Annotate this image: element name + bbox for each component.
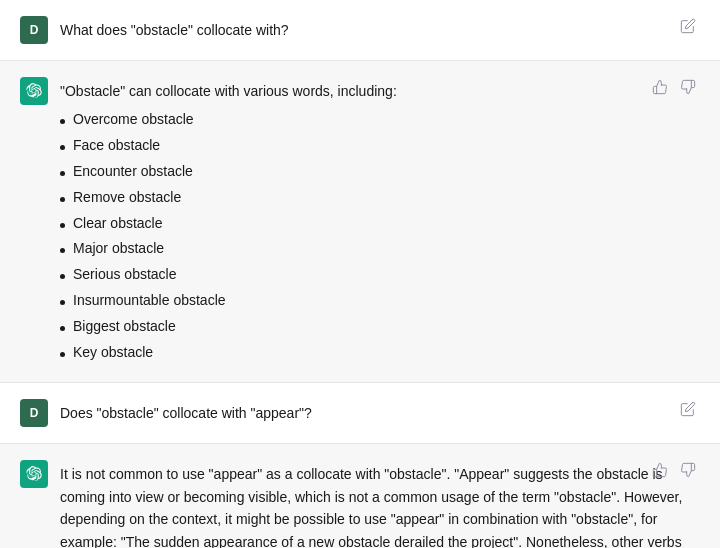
bullet-dot: [60, 300, 65, 305]
user-message-actions-2: [676, 399, 700, 419]
list-item-text: Encounter obstacle: [73, 160, 193, 184]
assistant-message-actions-1: [648, 77, 700, 97]
list-item: Overcome obstacle: [60, 108, 700, 132]
list-item: Insurmountable obstacle: [60, 289, 700, 313]
bullet-dot: [60, 119, 65, 124]
list-item: Clear obstacle: [60, 212, 700, 236]
list-item: Face obstacle: [60, 134, 700, 158]
list-item-text: Remove obstacle: [73, 186, 181, 210]
list-item-text: Clear obstacle: [73, 212, 163, 236]
edit-button-2[interactable]: [676, 399, 700, 419]
thumbs-down-button-1[interactable]: [676, 77, 700, 97]
list-item: Serious obstacle: [60, 263, 700, 287]
user-message-text-2: Does "obstacle" collocate with "appear"?: [60, 399, 700, 424]
bullet-dot: [60, 352, 65, 357]
thumbs-up-button-1[interactable]: [648, 77, 672, 97]
conversation-container: D What does "obstacle" collocate with?: [0, 0, 720, 548]
thumbs-down-button-2[interactable]: [676, 460, 700, 480]
assistant-intro-text-1: "Obstacle" can collocate with various wo…: [60, 80, 700, 102]
gpt-avatar-1: [20, 77, 48, 105]
bullet-dot: [60, 326, 65, 331]
list-item: Major obstacle: [60, 237, 700, 261]
list-item-text: Face obstacle: [73, 134, 160, 158]
bullet-dot: [60, 197, 65, 202]
assistant-message-actions-2: [648, 460, 700, 480]
list-item: Biggest obstacle: [60, 315, 700, 339]
user-avatar-2: D: [20, 399, 48, 427]
edit-button-1[interactable]: [676, 16, 700, 36]
thumbs-up-icon-1: [652, 79, 668, 95]
gpt-logo-icon-2: [26, 466, 42, 482]
bullet-dot: [60, 223, 65, 228]
list-item-text: Major obstacle: [73, 237, 164, 261]
gpt-avatar-2: [20, 460, 48, 488]
edit-icon-2: [680, 401, 696, 417]
bullet-dot: [60, 274, 65, 279]
assistant-message-content-1: "Obstacle" can collocate with various wo…: [60, 77, 700, 366]
thumbs-up-icon-2: [652, 462, 668, 478]
user-message-text-1: What does "obstacle" collocate with?: [60, 16, 700, 41]
bullet-dot: [60, 145, 65, 150]
assistant-paragraph-2: It is not common to use "appear" as a co…: [60, 463, 700, 548]
list-item-text: Serious obstacle: [73, 263, 177, 287]
list-item: Encounter obstacle: [60, 160, 700, 184]
thumbs-down-icon-1: [680, 79, 696, 95]
user-avatar-1: D: [20, 16, 48, 44]
user-message-1: D What does "obstacle" collocate with?: [0, 0, 720, 61]
list-item-text: Biggest obstacle: [73, 315, 176, 339]
assistant-message-1: "Obstacle" can collocate with various wo…: [0, 61, 720, 383]
user-message-actions-1: [676, 16, 700, 36]
thumbs-down-icon-2: [680, 462, 696, 478]
user-message-2: D Does "obstacle" collocate with "appear…: [0, 383, 720, 444]
list-item-text: Overcome obstacle: [73, 108, 194, 132]
edit-icon-1: [680, 18, 696, 34]
list-item: Remove obstacle: [60, 186, 700, 210]
list-item-text: Insurmountable obstacle: [73, 289, 226, 313]
thumbs-up-button-2[interactable]: [648, 460, 672, 480]
assistant-message-content-2: It is not common to use "appear" as a co…: [60, 460, 700, 548]
list-item-text: Key obstacle: [73, 341, 153, 365]
collocate-list: Overcome obstacleFace obstacleEncounter …: [60, 108, 700, 364]
bullet-dot: [60, 171, 65, 176]
assistant-message-2: It is not common to use "appear" as a co…: [0, 444, 720, 548]
list-item: Key obstacle: [60, 341, 700, 365]
gpt-logo-icon-1: [26, 83, 42, 99]
bullet-dot: [60, 248, 65, 253]
